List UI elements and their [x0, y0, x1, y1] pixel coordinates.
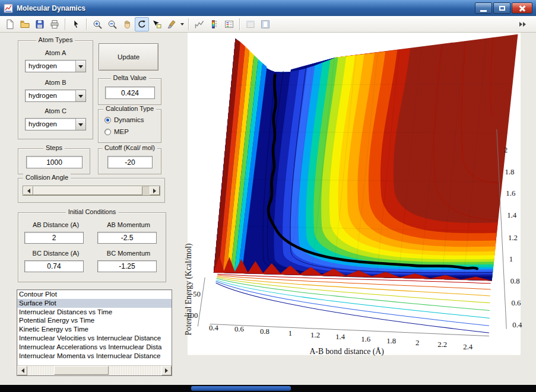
x-tick-label: 2.4: [463, 343, 473, 351]
slider-thumb[interactable]: [33, 186, 142, 195]
dynamics-radio[interactable]: Dynamics: [104, 116, 144, 123]
pan-hand-icon[interactable]: [120, 17, 134, 31]
data-cursor-icon[interactable]: [150, 17, 164, 31]
initial-conditions-panel: Initial Conditions AB Distance (A) 2 AB …: [18, 212, 166, 282]
close-button[interactable]: [512, 2, 532, 14]
atom-b-label: Atom B: [18, 79, 93, 86]
bc-distance-field[interactable]: 0.74: [24, 260, 84, 272]
save-icon[interactable]: [33, 17, 47, 31]
hide-plot-tools-icon[interactable]: [243, 17, 258, 31]
cutoff-panel: Cutoff (Kcal/ mol) -20: [98, 148, 161, 174]
delta-value-field[interactable]: 0.424: [105, 87, 155, 99]
atom-c-value: hydrogen: [26, 119, 75, 130]
right-tick-label: 1.8: [505, 168, 514, 176]
list-item[interactable]: Internuclear Velocities vs Internuclear …: [17, 334, 172, 343]
atom-b-dropdown[interactable]: hydrogen: [25, 90, 86, 102]
right-tick-label: 1: [509, 255, 513, 263]
panel-title: Steps: [43, 144, 65, 151]
scroll-left-arrow-icon[interactable]: [17, 366, 27, 375]
surface-plot[interactable]: 0.4 0.6 0.8 1 1.2 1.4 1.6 1.8 2 2.2 2.4 …: [172, 33, 536, 385]
open-folder-icon[interactable]: [18, 17, 32, 31]
ab-momentum-field[interactable]: -2.5: [97, 232, 157, 244]
atom-c-dropdown[interactable]: hydrogen: [25, 118, 86, 130]
bc-distance-label: BC Distance (A): [23, 250, 88, 257]
dynamics-radio-label: Dynamics: [114, 116, 144, 123]
slider-right-arrow-icon[interactable]: [150, 186, 160, 195]
toolbar-separator: [239, 18, 240, 30]
x-tick-label: 0.4: [209, 324, 219, 332]
steps-panel: Steps 1000: [18, 148, 90, 174]
chevron-down-icon[interactable]: [75, 119, 85, 130]
taskbar-strip: [0, 385, 536, 392]
toolbar-overflow-icon[interactable]: [519, 22, 528, 27]
maximize-button[interactable]: [493, 2, 510, 14]
right-tick-label: 1.2: [508, 234, 518, 242]
x-tick-label: 1.4: [335, 333, 345, 341]
list-item-selected[interactable]: Surface Plot: [17, 299, 172, 308]
right-tick-label: 0.4: [512, 321, 522, 329]
radio-dot-icon: [104, 129, 111, 135]
steps-field[interactable]: 1000: [26, 156, 83, 168]
list-item[interactable]: Internuclear Momenta vs Internuclear Dis…: [17, 352, 172, 361]
chevron-down-icon[interactable]: [75, 90, 85, 101]
cutoff-field[interactable]: -20: [107, 156, 153, 168]
mep-radio[interactable]: MEP: [104, 128, 129, 135]
panel-title: Calculation Type: [103, 105, 156, 112]
ab-momentum-label: AB Momentum: [97, 221, 160, 228]
x-tick-label: 2.2: [437, 340, 447, 349]
update-button[interactable]: Update: [99, 43, 158, 71]
list-item[interactable]: Internuclear Distances vs Time: [17, 308, 172, 317]
app-icon: [4, 4, 13, 13]
insert-legend-icon[interactable]: [222, 17, 236, 31]
slider-track[interactable]: [142, 186, 150, 195]
horizontal-scrollbar[interactable]: [17, 365, 172, 375]
list-item[interactable]: Kinetic Energy vs Time: [17, 325, 172, 334]
edit-cursor-icon[interactable]: [69, 17, 83, 31]
bc-momentum-field[interactable]: -1.25: [97, 260, 157, 272]
collision-angle-panel: Collision Angle: [18, 178, 165, 203]
scroll-right-arrow-icon[interactable]: [161, 366, 172, 375]
collision-angle-slider[interactable]: [23, 186, 160, 196]
list-item[interactable]: Internuclear Accelerations vs Internucle…: [17, 343, 172, 352]
atom-a-dropdown[interactable]: hydrogen: [25, 60, 86, 72]
rotate-3d-icon[interactable]: [135, 17, 149, 31]
atom-c-label: Atom C: [18, 107, 93, 114]
atom-a-value: hydrogen: [26, 60, 75, 72]
link-plot-icon[interactable]: [192, 17, 207, 31]
insert-colorbar-icon[interactable]: [207, 17, 221, 31]
figure-canvas: Atom Types Atom A hydrogen Atom B hydrog…: [0, 33, 536, 385]
x-tick-label: 1.8: [386, 337, 396, 345]
figure-toolbar: [0, 16, 536, 33]
ab-distance-label: AB Distance (A): [23, 221, 88, 228]
list-item[interactable]: Potential Energy vs Time: [17, 316, 172, 325]
delta-value-panel: Delta Value 0.424: [98, 78, 161, 105]
potential-energy-surface[interactable]: [214, 34, 518, 281]
bc-momentum-label: BC Momentum: [97, 250, 160, 257]
print-icon[interactable]: [47, 17, 62, 31]
radio-dot-icon: [104, 117, 111, 123]
right-tick-label: 0.8: [510, 277, 520, 285]
slider-left-arrow-icon[interactable]: [23, 186, 33, 195]
scrollbar-thumb[interactable]: [54, 366, 109, 375]
taskbar-item[interactable]: [191, 386, 291, 391]
mep-radio-label: MEP: [114, 128, 129, 135]
brush-dropdown-icon[interactable]: [179, 17, 185, 31]
chevron-down-icon[interactable]: [75, 60, 85, 72]
toolbar-separator: [65, 18, 66, 30]
right-tick-label: 0.6: [511, 299, 521, 307]
list-item[interactable]: Contour Plot: [17, 290, 172, 299]
brush-icon[interactable]: [164, 17, 179, 31]
ab-distance-field[interactable]: 2: [24, 232, 84, 244]
plot-type-listbox[interactable]: Contour Plot Surface Plot Internuclear D…: [17, 289, 172, 376]
minimize-button[interactable]: [475, 2, 492, 14]
scrollbar-track[interactable]: [27, 366, 161, 375]
atom-b-value: hydrogen: [26, 90, 75, 101]
atom-types-panel: Atom Types Atom A hydrogen Atom B hydrog…: [18, 40, 93, 139]
show-plot-tools-icon[interactable]: [258, 17, 272, 31]
new-document-icon[interactable]: [3, 17, 17, 31]
zoom-out-icon[interactable]: [105, 17, 119, 31]
x-tick-label: 2: [416, 339, 419, 347]
toolbar-separator: [188, 18, 189, 30]
x-tick-label: 1.2: [310, 331, 320, 339]
zoom-in-icon[interactable]: [90, 17, 104, 31]
